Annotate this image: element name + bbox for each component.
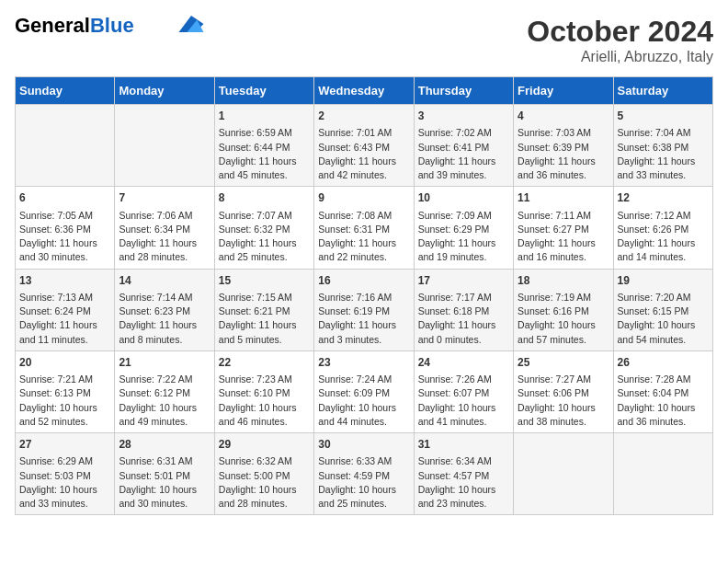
day-number: 12 xyxy=(618,190,709,206)
day-info: Daylight: 11 hours and 45 minutes. xyxy=(219,155,310,182)
calendar-cell: 24Sunrise: 7:26 AMSunset: 6:07 PMDayligh… xyxy=(414,350,513,432)
calendar-cell: 26Sunrise: 7:28 AMSunset: 6:04 PMDayligh… xyxy=(613,350,712,432)
day-number: 18 xyxy=(518,273,609,289)
day-info: Sunset: 5:00 PM xyxy=(219,469,310,483)
day-info: Sunrise: 7:23 AM xyxy=(219,373,310,386)
day-info: Daylight: 10 hours and 49 minutes. xyxy=(119,401,210,429)
calendar-cell: 9Sunrise: 7:08 AMSunset: 6:31 PMDaylight… xyxy=(314,187,414,269)
day-info: Sunset: 6:43 PM xyxy=(318,141,409,155)
day-info: Sunrise: 7:15 AM xyxy=(219,291,310,304)
day-info: Daylight: 10 hours and 30 minutes. xyxy=(119,483,210,511)
day-info: Daylight: 11 hours and 3 minutes. xyxy=(318,318,409,346)
day-number: 10 xyxy=(418,190,509,206)
day-info: Sunset: 6:19 PM xyxy=(318,304,409,318)
week-row-3: 13Sunrise: 7:13 AMSunset: 6:24 PMDayligh… xyxy=(16,269,713,350)
calendar-cell: 13Sunrise: 7:13 AMSunset: 6:24 PMDayligh… xyxy=(16,269,115,350)
day-info: Sunset: 6:36 PM xyxy=(19,223,110,236)
day-header-saturday: Saturday xyxy=(613,77,712,105)
day-info: Sunset: 6:29 PM xyxy=(418,223,509,236)
header-row: SundayMondayTuesdayWednesdayThursdayFrid… xyxy=(16,77,713,105)
day-info: Daylight: 11 hours and 25 minutes. xyxy=(219,236,310,264)
day-info: Sunrise: 7:27 AM xyxy=(518,373,609,386)
day-info: Daylight: 11 hours and 16 minutes. xyxy=(518,236,609,264)
calendar-cell: 25Sunrise: 7:27 AMSunset: 6:06 PMDayligh… xyxy=(514,350,613,432)
day-info: Daylight: 10 hours and 23 minutes. xyxy=(418,483,509,511)
week-row-1: 1Sunrise: 6:59 AMSunset: 6:44 PMDaylight… xyxy=(16,105,713,187)
day-info: Sunrise: 6:29 AM xyxy=(19,454,110,468)
day-info: Sunrise: 7:19 AM xyxy=(518,291,609,304)
day-info: Daylight: 11 hours and 11 minutes. xyxy=(19,318,110,346)
calendar-cell: 15Sunrise: 7:15 AMSunset: 6:21 PMDayligh… xyxy=(214,269,313,350)
day-info: Sunrise: 7:14 AM xyxy=(119,291,210,304)
day-info: Sunset: 4:57 PM xyxy=(418,469,509,483)
calendar-cell: 6Sunrise: 7:05 AMSunset: 6:36 PMDaylight… xyxy=(16,187,115,269)
day-info: Sunrise: 6:59 AM xyxy=(219,126,310,140)
day-number: 28 xyxy=(119,437,210,453)
day-info: Sunrise: 7:05 AM xyxy=(19,209,110,223)
day-info: Sunset: 6:13 PM xyxy=(19,386,110,400)
day-info: Sunrise: 7:24 AM xyxy=(318,373,409,386)
calendar-cell xyxy=(613,433,712,515)
day-number: 26 xyxy=(618,355,709,371)
day-info: Sunrise: 6:33 AM xyxy=(318,454,409,468)
calendar-cell: 5Sunrise: 7:04 AMSunset: 6:38 PMDaylight… xyxy=(613,105,712,187)
day-info: Sunset: 5:03 PM xyxy=(19,469,110,483)
day-info: Sunrise: 7:06 AM xyxy=(119,209,210,223)
day-info: Daylight: 11 hours and 8 minutes. xyxy=(119,318,210,346)
day-info: Daylight: 10 hours and 41 minutes. xyxy=(418,401,509,429)
logo: GeneralBlue xyxy=(15,15,204,37)
logo-icon xyxy=(178,16,204,32)
page-header: GeneralBlue October 2024 Arielli, Abruzz… xyxy=(15,15,713,65)
day-header-tuesday: Tuesday xyxy=(214,77,313,105)
day-info: Sunset: 6:39 PM xyxy=(518,141,609,155)
day-info: Sunset: 6:26 PM xyxy=(618,223,709,236)
day-number: 7 xyxy=(119,190,210,206)
day-number: 29 xyxy=(219,437,310,453)
day-info: Sunrise: 7:17 AM xyxy=(418,291,509,304)
calendar-cell: 2Sunrise: 7:01 AMSunset: 6:43 PMDaylight… xyxy=(314,105,414,187)
day-number: 16 xyxy=(318,273,409,289)
calendar-cell: 23Sunrise: 7:24 AMSunset: 6:09 PMDayligh… xyxy=(314,350,414,432)
day-number: 19 xyxy=(618,273,709,289)
day-number: 2 xyxy=(318,109,409,124)
day-header-wednesday: Wednesday xyxy=(314,77,414,105)
calendar-cell: 14Sunrise: 7:14 AMSunset: 6:23 PMDayligh… xyxy=(115,269,214,350)
day-info: Sunset: 5:01 PM xyxy=(119,469,210,483)
week-row-4: 20Sunrise: 7:21 AMSunset: 6:13 PMDayligh… xyxy=(16,350,713,432)
calendar-cell: 11Sunrise: 7:11 AMSunset: 6:27 PMDayligh… xyxy=(514,187,613,269)
calendar-cell: 16Sunrise: 7:16 AMSunset: 6:19 PMDayligh… xyxy=(314,269,414,350)
day-header-thursday: Thursday xyxy=(414,77,513,105)
calendar-cell: 29Sunrise: 6:32 AMSunset: 5:00 PMDayligh… xyxy=(214,433,313,515)
day-info: Daylight: 10 hours and 38 minutes. xyxy=(518,401,609,429)
calendar-cell xyxy=(514,433,613,515)
day-info: Sunrise: 7:21 AM xyxy=(19,373,110,386)
day-info: Daylight: 11 hours and 0 minutes. xyxy=(418,318,509,346)
day-info: Daylight: 11 hours and 36 minutes. xyxy=(518,155,609,182)
calendar-cell: 31Sunrise: 6:34 AMSunset: 4:57 PMDayligh… xyxy=(414,433,513,515)
day-info: Sunset: 6:15 PM xyxy=(618,304,709,318)
day-info: Sunrise: 7:16 AM xyxy=(318,291,409,304)
day-info: Sunset: 6:07 PM xyxy=(418,386,509,400)
day-number: 3 xyxy=(418,109,509,124)
day-info: Daylight: 10 hours and 25 minutes. xyxy=(318,483,409,511)
day-number: 20 xyxy=(19,355,110,371)
calendar-cell xyxy=(16,105,115,187)
day-number: 14 xyxy=(119,273,210,289)
day-info: Sunrise: 7:13 AM xyxy=(19,291,110,304)
day-info: Sunset: 6:16 PM xyxy=(518,304,609,318)
week-row-2: 6Sunrise: 7:05 AMSunset: 6:36 PMDaylight… xyxy=(16,187,713,269)
day-info: Daylight: 11 hours and 42 minutes. xyxy=(318,155,409,182)
day-number: 9 xyxy=(318,190,409,206)
calendar-cell: 27Sunrise: 6:29 AMSunset: 5:03 PMDayligh… xyxy=(16,433,115,515)
day-info: Sunrise: 7:04 AM xyxy=(618,126,709,140)
day-info: Sunrise: 6:31 AM xyxy=(119,454,210,468)
calendar-cell: 8Sunrise: 7:07 AMSunset: 6:32 PMDaylight… xyxy=(214,187,313,269)
day-info: Daylight: 11 hours and 28 minutes. xyxy=(119,236,210,264)
day-info: Daylight: 10 hours and 52 minutes. xyxy=(19,401,110,429)
day-info: Sunset: 4:59 PM xyxy=(318,469,409,483)
day-info: Sunrise: 7:07 AM xyxy=(219,209,310,223)
day-info: Sunset: 6:27 PM xyxy=(518,223,609,236)
day-info: Sunrise: 6:32 AM xyxy=(219,454,310,468)
calendar-cell: 30Sunrise: 6:33 AMSunset: 4:59 PMDayligh… xyxy=(314,433,414,515)
calendar-cell: 18Sunrise: 7:19 AMSunset: 6:16 PMDayligh… xyxy=(514,269,613,350)
